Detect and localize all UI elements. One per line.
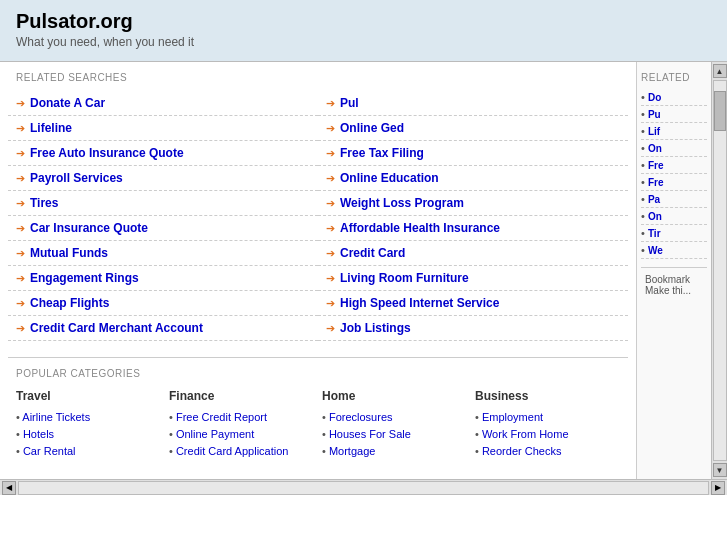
link-airline-tickets[interactable]: Airline Tickets bbox=[22, 411, 90, 423]
vertical-scrollbar[interactable]: ▲ ▼ bbox=[711, 62, 727, 479]
sidebar-link-1[interactable]: Do bbox=[648, 92, 661, 103]
list-item: Pa bbox=[641, 191, 707, 208]
link-job-listings[interactable]: Job Listings bbox=[340, 321, 411, 335]
list-item: Reorder Checks bbox=[475, 442, 620, 459]
arrow-icon: ➔ bbox=[16, 97, 25, 110]
link-credit-card-application[interactable]: Credit Card Application bbox=[176, 445, 289, 457]
list-item: ➔ Online Ged bbox=[318, 116, 628, 141]
sidebar-link-8[interactable]: On bbox=[648, 211, 662, 222]
link-free-tax-filing[interactable]: Free Tax Filing bbox=[340, 146, 424, 160]
link-donate-a-car[interactable]: Donate A Car bbox=[30, 96, 105, 110]
link-free-credit-report[interactable]: Free Credit Report bbox=[176, 411, 267, 423]
link-lifeline[interactable]: Lifeline bbox=[30, 121, 72, 135]
link-affordable-health[interactable]: Affordable Health Insurance bbox=[340, 221, 500, 235]
link-mortgage[interactable]: Mortgage bbox=[329, 445, 375, 457]
link-credit-card[interactable]: Credit Card bbox=[340, 246, 405, 260]
sidebar-link-5[interactable]: Fre bbox=[648, 160, 664, 171]
list-item: Credit Card Application bbox=[169, 442, 314, 459]
sidebar-link-10[interactable]: We bbox=[648, 245, 663, 256]
popular-categories: POPULAR CATEGORIES Travel Airline Ticket… bbox=[8, 357, 628, 469]
sidebar-related-label: RELATED bbox=[641, 72, 707, 83]
bookmark-area: Bookmark Make thi... bbox=[641, 267, 707, 302]
list-item: ➔ Pul bbox=[318, 91, 628, 116]
list-item: ➔ Job Listings bbox=[318, 316, 628, 341]
list-item: Pu bbox=[641, 106, 707, 123]
list-item: Hotels bbox=[16, 425, 161, 442]
link-online-education[interactable]: Online Education bbox=[340, 171, 439, 185]
horizontal-scrollbar[interactable]: ◀ ▶ bbox=[0, 479, 727, 495]
list-item: ➔ Credit Card bbox=[318, 241, 628, 266]
category-business-title: Business bbox=[475, 389, 620, 403]
sidebar-link-9[interactable]: Tir bbox=[648, 228, 661, 239]
link-credit-card-merchant[interactable]: Credit Card Merchant Account bbox=[30, 321, 203, 335]
sidebar-link-7[interactable]: Pa bbox=[648, 194, 660, 205]
scroll-up-button[interactable]: ▲ bbox=[713, 64, 727, 78]
arrow-icon: ➔ bbox=[16, 247, 25, 260]
link-houses-for-sale[interactable]: Houses For Sale bbox=[329, 428, 411, 440]
list-item: ➔ Engagement Rings bbox=[8, 266, 318, 291]
arrow-icon: ➔ bbox=[16, 222, 25, 235]
left-links-column: ➔ Donate A Car ➔ Lifeline ➔ Free Auto In… bbox=[8, 91, 318, 341]
list-item: ➔ Tires bbox=[8, 191, 318, 216]
link-foreclosures[interactable]: Foreclosures bbox=[329, 411, 393, 423]
right-sidebar: RELATED Do Pu Lif On Fre Fre Pa On Tir W… bbox=[636, 62, 711, 479]
link-free-auto-insurance[interactable]: Free Auto Insurance Quote bbox=[30, 146, 184, 160]
link-high-speed-internet[interactable]: High Speed Internet Service bbox=[340, 296, 499, 310]
arrow-icon: ➔ bbox=[326, 122, 335, 135]
category-travel: Travel Airline Tickets Hotels Car Rental bbox=[16, 389, 161, 459]
bookmark-line2: Make thi... bbox=[645, 285, 703, 296]
link-work-from-home[interactable]: Work From Home bbox=[482, 428, 569, 440]
list-item: Fre bbox=[641, 157, 707, 174]
scroll-down-button[interactable]: ▼ bbox=[713, 463, 727, 477]
arrow-icon: ➔ bbox=[326, 197, 335, 210]
sidebar-link-4[interactable]: On bbox=[648, 143, 662, 154]
link-reorder-checks[interactable]: Reorder Checks bbox=[482, 445, 561, 457]
sidebar-link-3[interactable]: Lif bbox=[648, 126, 660, 137]
link-pul[interactable]: Pul bbox=[340, 96, 359, 110]
arrow-icon: ➔ bbox=[16, 122, 25, 135]
left-panel: RELATED SEARCHES ➔ Donate A Car ➔ Lifeli… bbox=[0, 62, 636, 479]
list-item: Mortgage bbox=[322, 442, 467, 459]
link-hotels[interactable]: Hotels bbox=[23, 428, 54, 440]
sidebar-link-2[interactable]: Pu bbox=[648, 109, 661, 120]
link-employment[interactable]: Employment bbox=[482, 411, 543, 423]
list-item: ➔ Payroll Services bbox=[8, 166, 318, 191]
link-car-insurance-quote[interactable]: Car Insurance Quote bbox=[30, 221, 148, 235]
arrow-icon: ➔ bbox=[326, 222, 335, 235]
scroll-right-button[interactable]: ▶ bbox=[711, 481, 725, 495]
link-online-payment[interactable]: Online Payment bbox=[176, 428, 254, 440]
links-grid: ➔ Donate A Car ➔ Lifeline ➔ Free Auto In… bbox=[8, 91, 628, 341]
link-tires[interactable]: Tires bbox=[30, 196, 58, 210]
body-area: RELATED SEARCHES ➔ Donate A Car ➔ Lifeli… bbox=[0, 62, 727, 479]
category-home-title: Home bbox=[322, 389, 467, 403]
link-engagement-rings[interactable]: Engagement Rings bbox=[30, 271, 139, 285]
sidebar-link-6[interactable]: Fre bbox=[648, 177, 664, 188]
link-mutual-funds[interactable]: Mutual Funds bbox=[30, 246, 108, 260]
list-item: ➔ Weight Loss Program bbox=[318, 191, 628, 216]
link-car-rental[interactable]: Car Rental bbox=[23, 445, 76, 457]
scroll-h-track[interactable] bbox=[18, 481, 709, 495]
arrow-icon: ➔ bbox=[16, 272, 25, 285]
arrow-icon: ➔ bbox=[16, 197, 25, 210]
list-item: Employment bbox=[475, 408, 620, 425]
scroll-thumb[interactable] bbox=[714, 91, 726, 131]
category-finance: Finance Free Credit Report Online Paymen… bbox=[169, 389, 314, 459]
link-online-ged[interactable]: Online Ged bbox=[340, 121, 404, 135]
link-cheap-flights[interactable]: Cheap Flights bbox=[30, 296, 109, 310]
arrow-icon: ➔ bbox=[16, 322, 25, 335]
list-item: ➔ Lifeline bbox=[8, 116, 318, 141]
arrow-icon: ➔ bbox=[326, 297, 335, 310]
list-item: ➔ Free Tax Filing bbox=[318, 141, 628, 166]
link-weight-loss[interactable]: Weight Loss Program bbox=[340, 196, 464, 210]
arrow-icon: ➔ bbox=[326, 322, 335, 335]
list-item: We bbox=[641, 242, 707, 259]
scroll-track[interactable] bbox=[713, 80, 727, 461]
list-item: Online Payment bbox=[169, 425, 314, 442]
link-payroll-services[interactable]: Payroll Services bbox=[30, 171, 123, 185]
arrow-icon: ➔ bbox=[326, 172, 335, 185]
bookmark-line1: Bookmark bbox=[645, 274, 703, 285]
scroll-left-button[interactable]: ◀ bbox=[2, 481, 16, 495]
list-item: Free Credit Report bbox=[169, 408, 314, 425]
link-living-room-furniture[interactable]: Living Room Furniture bbox=[340, 271, 469, 285]
list-item: Do bbox=[641, 89, 707, 106]
